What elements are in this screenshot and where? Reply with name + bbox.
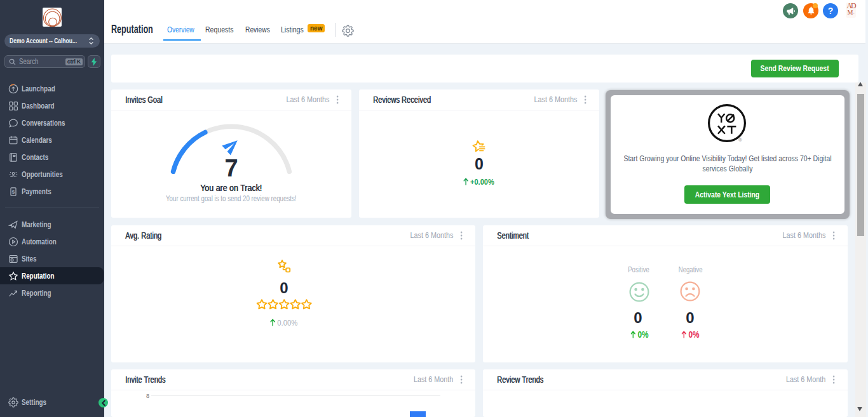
- svg-text:$: $: [12, 189, 15, 195]
